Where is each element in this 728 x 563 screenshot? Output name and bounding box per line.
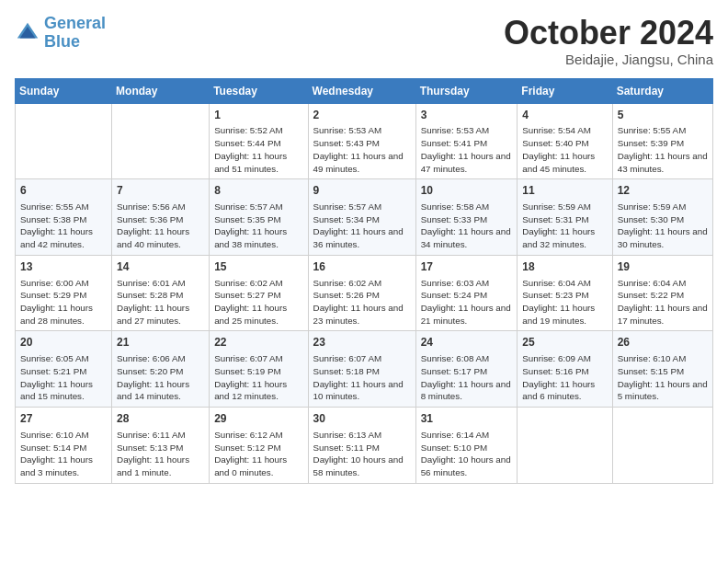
cell-daylight-info: Sunrise: 6:01 AMSunset: 5:28 PMDaylight:…	[117, 277, 204, 327]
day-number: 23	[313, 335, 411, 350]
cell-daylight-info: Sunrise: 5:59 AMSunset: 5:30 PMDaylight:…	[618, 201, 708, 251]
calendar-cell: 26Sunrise: 6:10 AMSunset: 5:15 PMDayligh…	[612, 331, 712, 408]
calendar-header: SundayMondayTuesdayWednesdayThursdayFrid…	[16, 78, 713, 103]
day-number: 11	[522, 183, 607, 199]
calendar-cell: 14Sunrise: 6:01 AMSunset: 5:28 PMDayligh…	[112, 255, 210, 331]
cell-daylight-info: Sunrise: 6:13 AMSunset: 5:11 PMDaylight:…	[313, 429, 411, 479]
cell-daylight-info: Sunrise: 6:09 AMSunset: 5:16 PMDaylight:…	[522, 352, 607, 403]
cell-daylight-info: Sunrise: 6:14 AMSunset: 5:10 PMDaylight:…	[421, 429, 513, 479]
calendar-cell: 21Sunrise: 6:06 AMSunset: 5:20 PMDayligh…	[112, 331, 210, 408]
calendar-cell: 7Sunrise: 5:56 AMSunset: 5:36 PMDaylight…	[112, 179, 210, 256]
day-number: 15	[214, 259, 302, 275]
cell-daylight-info: Sunrise: 5:57 AMSunset: 5:34 PMDaylight:…	[313, 201, 411, 251]
calendar-cell: 10Sunrise: 5:58 AMSunset: 5:33 PMDayligh…	[415, 179, 518, 256]
day-number: 4	[522, 108, 607, 123]
cell-daylight-info: Sunrise: 6:07 AMSunset: 5:19 PMDaylight:…	[214, 352, 302, 403]
day-number: 14	[117, 259, 204, 275]
day-number: 26	[618, 335, 708, 350]
location-subtitle: Beidajie, Jiangsu, China	[504, 52, 713, 67]
cell-daylight-info: Sunrise: 6:10 AMSunset: 5:15 PMDaylight:…	[618, 352, 708, 403]
day-number: 12	[618, 183, 708, 199]
cell-daylight-info: Sunrise: 5:52 AMSunset: 5:44 PMDaylight:…	[214, 124, 302, 175]
calendar-cell: 9Sunrise: 5:57 AMSunset: 5:34 PMDaylight…	[308, 179, 415, 256]
day-number: 22	[214, 335, 302, 350]
calendar-cell: 23Sunrise: 6:07 AMSunset: 5:18 PMDayligh…	[308, 331, 415, 408]
calendar-cell: 19Sunrise: 6:04 AMSunset: 5:22 PMDayligh…	[612, 255, 712, 331]
calendar-cell	[612, 408, 712, 484]
calendar-cell: 6Sunrise: 5:55 AMSunset: 5:38 PMDaylight…	[16, 179, 112, 256]
day-number: 24	[421, 335, 513, 350]
day-number: 19	[618, 259, 708, 275]
calendar-cell: 2Sunrise: 5:53 AMSunset: 5:43 PMDaylight…	[308, 103, 415, 179]
day-number: 17	[421, 259, 513, 275]
calendar-cell: 18Sunrise: 6:04 AMSunset: 5:23 PMDayligh…	[518, 255, 612, 331]
calendar-cell	[16, 103, 112, 179]
cell-daylight-info: Sunrise: 6:06 AMSunset: 5:20 PMDaylight:…	[117, 352, 204, 403]
cell-daylight-info: Sunrise: 5:54 AMSunset: 5:40 PMDaylight:…	[522, 124, 607, 175]
title-block: October 2024 Beidajie, Jiangsu, China	[504, 15, 713, 67]
cell-daylight-info: Sunrise: 6:02 AMSunset: 5:27 PMDaylight:…	[214, 277, 302, 327]
weekday-header: Thursday	[415, 78, 518, 103]
logo: General Blue	[15, 15, 106, 52]
calendar-week-row: 13Sunrise: 6:00 AMSunset: 5:29 PMDayligh…	[16, 255, 713, 331]
calendar-cell: 4Sunrise: 5:54 AMSunset: 5:40 PMDaylight…	[518, 103, 612, 179]
day-number: 13	[20, 259, 107, 275]
calendar-cell: 29Sunrise: 6:12 AMSunset: 5:12 PMDayligh…	[210, 408, 308, 484]
day-number: 1	[214, 108, 302, 123]
day-number: 27	[20, 411, 107, 427]
calendar-cell: 8Sunrise: 5:57 AMSunset: 5:35 PMDaylight…	[210, 179, 308, 256]
cell-daylight-info: Sunrise: 5:57 AMSunset: 5:35 PMDaylight:…	[214, 201, 302, 251]
day-number: 5	[618, 108, 708, 123]
calendar-cell	[518, 408, 612, 484]
cell-daylight-info: Sunrise: 6:11 AMSunset: 5:13 PMDaylight:…	[117, 429, 204, 479]
day-number: 18	[522, 259, 607, 275]
weekday-header: Monday	[112, 78, 210, 103]
calendar-cell: 27Sunrise: 6:10 AMSunset: 5:14 PMDayligh…	[16, 408, 112, 484]
day-number: 6	[20, 183, 107, 199]
calendar-table: SundayMondayTuesdayWednesdayThursdayFrid…	[15, 78, 713, 484]
cell-daylight-info: Sunrise: 5:53 AMSunset: 5:43 PMDaylight:…	[313, 124, 411, 175]
day-number: 20	[20, 335, 107, 350]
day-number: 29	[214, 411, 302, 427]
cell-daylight-info: Sunrise: 6:04 AMSunset: 5:23 PMDaylight:…	[522, 277, 607, 327]
day-number: 7	[117, 183, 204, 199]
day-number: 8	[214, 183, 302, 199]
day-number: 31	[421, 411, 513, 427]
calendar-cell: 22Sunrise: 6:07 AMSunset: 5:19 PMDayligh…	[210, 331, 308, 408]
cell-daylight-info: Sunrise: 5:55 AMSunset: 5:38 PMDaylight:…	[20, 201, 107, 251]
calendar-cell: 16Sunrise: 6:02 AMSunset: 5:26 PMDayligh…	[308, 255, 415, 331]
day-number: 28	[117, 411, 204, 427]
calendar-cell: 13Sunrise: 6:00 AMSunset: 5:29 PMDayligh…	[16, 255, 112, 331]
weekday-header: Tuesday	[210, 78, 308, 103]
calendar-cell: 24Sunrise: 6:08 AMSunset: 5:17 PMDayligh…	[415, 331, 518, 408]
page-header: General Blue October 2024 Beidajie, Jian…	[15, 15, 713, 67]
day-number: 25	[522, 335, 607, 350]
calendar-cell: 1Sunrise: 5:52 AMSunset: 5:44 PMDaylight…	[210, 103, 308, 179]
calendar-cell: 28Sunrise: 6:11 AMSunset: 5:13 PMDayligh…	[112, 408, 210, 484]
calendar-week-row: 1Sunrise: 5:52 AMSunset: 5:44 PMDaylight…	[16, 103, 713, 179]
logo-icon	[15, 20, 40, 46]
weekday-header: Saturday	[612, 78, 712, 103]
day-number: 16	[313, 259, 411, 275]
weekday-header: Wednesday	[308, 78, 415, 103]
cell-daylight-info: Sunrise: 6:03 AMSunset: 5:24 PMDaylight:…	[421, 277, 513, 327]
day-number: 10	[421, 183, 513, 199]
cell-daylight-info: Sunrise: 6:12 AMSunset: 5:12 PMDaylight:…	[214, 429, 302, 479]
calendar-cell: 31Sunrise: 6:14 AMSunset: 5:10 PMDayligh…	[415, 408, 518, 484]
cell-daylight-info: Sunrise: 6:07 AMSunset: 5:18 PMDaylight:…	[313, 352, 411, 403]
cell-daylight-info: Sunrise: 6:02 AMSunset: 5:26 PMDaylight:…	[313, 277, 411, 327]
cell-daylight-info: Sunrise: 6:04 AMSunset: 5:22 PMDaylight:…	[618, 277, 708, 327]
calendar-cell: 15Sunrise: 6:02 AMSunset: 5:27 PMDayligh…	[210, 255, 308, 331]
cell-daylight-info: Sunrise: 5:53 AMSunset: 5:41 PMDaylight:…	[421, 124, 513, 175]
calendar-week-row: 6Sunrise: 5:55 AMSunset: 5:38 PMDaylight…	[16, 179, 713, 256]
calendar-cell: 17Sunrise: 6:03 AMSunset: 5:24 PMDayligh…	[415, 255, 518, 331]
calendar-cell	[112, 103, 210, 179]
cell-daylight-info: Sunrise: 5:59 AMSunset: 5:31 PMDaylight:…	[522, 201, 607, 251]
calendar-cell: 11Sunrise: 5:59 AMSunset: 5:31 PMDayligh…	[518, 179, 612, 256]
cell-daylight-info: Sunrise: 6:08 AMSunset: 5:17 PMDaylight:…	[421, 352, 513, 403]
day-number: 2	[313, 108, 411, 123]
weekday-header: Sunday	[16, 78, 112, 103]
logo-text: General Blue	[44, 15, 106, 52]
cell-daylight-info: Sunrise: 5:55 AMSunset: 5:39 PMDaylight:…	[618, 124, 708, 175]
day-number: 3	[421, 108, 513, 123]
